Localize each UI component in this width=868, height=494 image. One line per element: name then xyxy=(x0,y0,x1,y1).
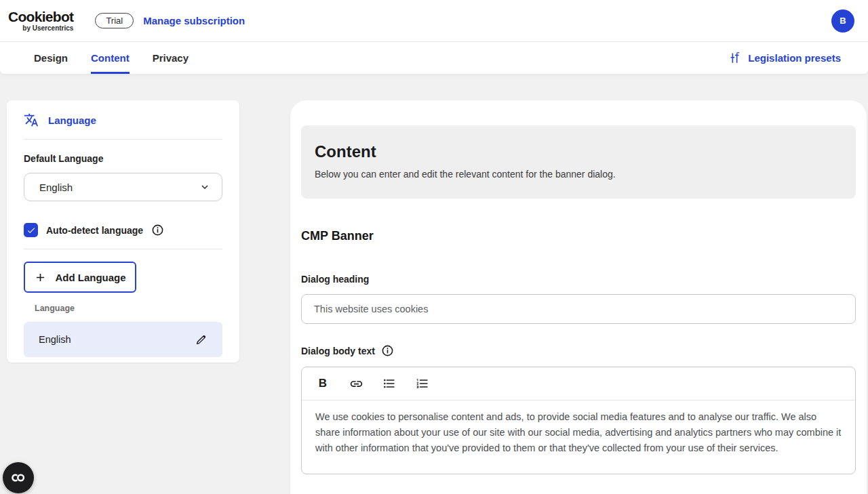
cmp-banner-section-title: CMP Banner xyxy=(301,229,856,243)
page-title: Content xyxy=(315,142,842,161)
top-header: Cookiebot by Usercentrics Trial Manage s… xyxy=(0,0,868,41)
page-description: Below you can enter and edit the relevan… xyxy=(315,169,842,180)
dialog-body-text[interactable]: We use cookies to personalise content an… xyxy=(302,400,855,474)
tab-design[interactable]: Design xyxy=(34,42,68,74)
default-language-select[interactable]: English xyxy=(24,173,222,201)
sidebar-title: Language xyxy=(48,115,96,126)
divider xyxy=(24,139,222,140)
user-avatar[interactable]: B xyxy=(831,9,854,33)
dialog-heading-input[interactable] xyxy=(301,294,856,324)
info-icon[interactable] xyxy=(381,344,394,357)
dialog-body-label: Dialog body text xyxy=(301,344,856,357)
autodetect-label: Auto-detect language xyxy=(46,225,143,236)
legislation-presets-label: Legislation presets xyxy=(748,52,841,64)
sliders-icon xyxy=(728,52,741,64)
divider xyxy=(24,249,222,249)
link-button[interactable] xyxy=(349,376,363,391)
trial-badge: Trial xyxy=(95,13,134,28)
language-list-header: Language xyxy=(35,304,222,313)
bold-button[interactable]: B xyxy=(315,376,330,391)
numbered-list-icon xyxy=(416,377,429,390)
link-icon xyxy=(349,377,363,391)
tab-bar: Design Content Privacy Legislation prese… xyxy=(0,41,868,74)
default-language-value: English xyxy=(39,182,73,193)
dialog-body-editor: B We use cookies to personalise content … xyxy=(301,367,856,474)
language-name: English xyxy=(39,334,71,345)
language-sidebar: Language Default Language English Auto-d… xyxy=(7,100,239,363)
default-language-label: Default Language xyxy=(24,153,222,164)
cookiebot-mark-icon xyxy=(9,470,28,486)
numbered-list-button[interactable] xyxy=(415,376,430,391)
content-panel: Content Below you can enter and edit the… xyxy=(290,100,867,494)
dialog-heading-label-text: Dialog heading xyxy=(301,274,369,285)
dialog-heading-label: Dialog heading xyxy=(301,274,856,285)
logo-title: Cookiebot xyxy=(8,9,73,24)
add-language-button[interactable]: Add Language xyxy=(24,262,136,293)
logo-subtitle: by Usercentrics xyxy=(22,24,73,32)
bullet-list-button[interactable] xyxy=(382,376,397,391)
tabs: Design Content Privacy xyxy=(34,42,189,74)
manage-subscription-link[interactable]: Manage subscription xyxy=(143,15,245,26)
sidebar-header: Language xyxy=(24,112,222,127)
tab-privacy[interactable]: Privacy xyxy=(153,42,189,74)
translate-icon xyxy=(24,112,39,127)
autodetect-checkbox[interactable] xyxy=(24,223,38,237)
legislation-presets-button[interactable]: Legislation presets xyxy=(728,42,841,74)
dialog-body-label-text: Dialog body text xyxy=(301,346,375,356)
intro-banner: Content Below you can enter and edit the… xyxy=(301,125,856,199)
chevron-down-icon xyxy=(199,181,211,193)
language-row-english[interactable]: English xyxy=(24,322,222,357)
check-icon xyxy=(26,226,36,235)
editor-toolbar: B xyxy=(302,367,855,400)
plus-icon xyxy=(34,271,47,284)
cookiebot-chat-button[interactable] xyxy=(3,462,34,493)
tab-content[interactable]: Content xyxy=(91,42,130,74)
autodetect-row: Auto-detect language xyxy=(24,223,222,237)
add-language-label: Add Language xyxy=(55,272,125,283)
cookiebot-logo[interactable]: Cookiebot by Usercentrics xyxy=(8,9,73,32)
bullet-list-icon xyxy=(382,377,396,390)
info-icon[interactable] xyxy=(151,224,164,236)
edit-pencil-icon[interactable] xyxy=(195,333,208,346)
